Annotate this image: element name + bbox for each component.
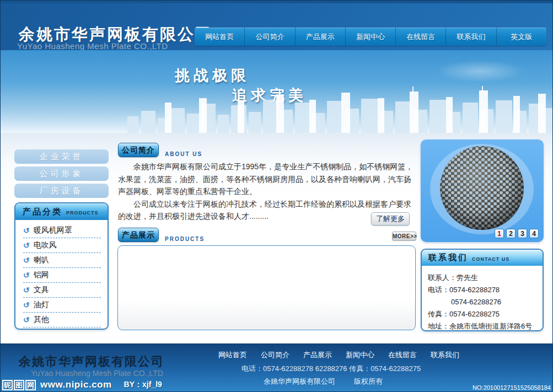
nipic-url: www.nipic.com xyxy=(40,379,112,390)
products-title-button[interactable]: 产品展示 xyxy=(118,228,159,242)
category-label[interactable]: 暖风机网罩 xyxy=(34,225,72,235)
nipic-logo: 昵图网 xyxy=(2,380,36,390)
pager-page-1[interactable]: 1 xyxy=(495,229,504,238)
city-skyline-image xyxy=(1,86,552,133)
category-label[interactable]: 油灯 xyxy=(34,300,49,310)
nav-item-contact[interactable]: 联系我们 xyxy=(445,28,496,46)
nav-item-about[interactable]: 公司简介 xyxy=(244,28,294,46)
nipic-watermark: 昵图网 www.nipic.com BY：xjf_l9 xyxy=(2,379,162,390)
footer-nav: 网站首页 公司简介 产品展示 新闻中心 在线留言 联系我们 xyxy=(218,350,459,360)
footer-nav-news[interactable]: 新闻中心 xyxy=(346,350,374,360)
main-nav: 网站首页 公司简介 产品展示 新闻中心 在线留言 联系我们 英文版 xyxy=(195,28,546,46)
nav-item-home[interactable]: 网站首页 xyxy=(195,28,244,46)
pager-page-3[interactable]: 3 xyxy=(518,229,527,238)
arrow-icon: ↻ xyxy=(23,226,30,235)
products-display-box xyxy=(117,245,416,330)
category-item-aluminum-mesh[interactable]: ↻铝网 xyxy=(23,268,101,283)
contact-phone2-row: 0574-62288276 xyxy=(428,296,538,308)
header: 余姚市华声网板有限公司 YuYao Huasheng Mesh Plate CO… xyxy=(1,1,552,50)
about-subtitle: ABOUT US xyxy=(165,151,202,157)
product-photo-panel: 1 2 3 4 xyxy=(421,139,544,242)
product-categories-panel: 产品分类 PRODUCTS ↻暖风机网罩 ↻电吹风 ↻喇叭 ↻铝网 ↻文具 ↻油… xyxy=(14,202,109,330)
category-item-stationery[interactable]: ↻文具 xyxy=(23,283,101,298)
nav-item-guestbook[interactable]: 在线留言 xyxy=(395,28,445,46)
footer-nav-guestbook[interactable]: 在线留言 xyxy=(388,350,417,360)
about-title-button[interactable]: 公司简介 xyxy=(118,143,159,157)
arrow-icon: ↻ xyxy=(23,271,30,280)
pager-page-2[interactable]: 2 xyxy=(506,229,516,238)
category-item-hair-dryer[interactable]: ↻电吹风 xyxy=(23,238,101,253)
nipic-author-credit: BY：xjf_l9 xyxy=(124,380,162,390)
mesh-dome-product-photo xyxy=(427,142,537,234)
cloud-decoration xyxy=(436,60,524,82)
about-paragraph-1: 余姚市华声网板有限公司成立于1995年，是专业生产不锈钢制品，如不锈钢网篮，水果… xyxy=(118,160,417,198)
pager-page-4[interactable]: 4 xyxy=(529,229,539,238)
contact-title: 联系我们 xyxy=(428,253,468,263)
arrow-icon: ↻ xyxy=(23,286,30,294)
category-label[interactable]: 喇叭 xyxy=(34,255,49,265)
footer-nav-home[interactable]: 网站首页 xyxy=(218,350,247,360)
product-category-list: ↻暖风机网罩 ↻电吹风 ↻喇叭 ↻铝网 ↻文具 ↻油灯 ↻其他 xyxy=(15,220,108,327)
arrow-icon: ↻ xyxy=(23,256,30,265)
page: 余姚市华声网板有限公司 YuYao Huasheng Mesh Plate CO… xyxy=(0,0,553,392)
sidebar-item-factory-equipment[interactable]: 厂房设备 xyxy=(14,184,109,198)
category-label[interactable]: 其他 xyxy=(34,315,49,325)
footer-nav-about[interactable]: 公司简介 xyxy=(261,350,289,360)
footer-company-name: 余姚市华声网板有限公司 xyxy=(19,353,164,370)
learn-more-button[interactable]: 了解更多 xyxy=(371,212,410,225)
contact-body: 联系人：劳先生 电话：0574-62288278 0574-62288276 传… xyxy=(422,266,543,331)
products-section-header: 产品展示 PRODUCTS MORE>> xyxy=(118,228,417,242)
product-categories-title: 产品分类 xyxy=(23,207,62,217)
category-item-others[interactable]: ↻其他 xyxy=(23,313,101,327)
category-label[interactable]: 文具 xyxy=(34,285,49,295)
products-subtitle: PRODUCTS xyxy=(165,236,205,242)
footer-copyright: 余姚华声网板有限公司版权所有 xyxy=(264,377,383,386)
category-label[interactable]: 铝网 xyxy=(34,270,49,280)
banner: 挑战极限 追求完美 xyxy=(1,50,552,133)
arrow-icon: ↻ xyxy=(23,241,30,250)
footer-phone-line: 电话：0574-62288278 62288276 传真：0574-622882… xyxy=(241,364,421,374)
about-section-header: 公司简介 ABOUT US xyxy=(118,143,202,157)
nav-item-products[interactable]: 产品展示 xyxy=(295,28,345,46)
product-categories-subtitle: PRODUCTS xyxy=(66,210,99,216)
nav-item-english[interactable]: 英文版 xyxy=(496,28,546,46)
products-more-button[interactable]: MORE>> xyxy=(392,232,416,241)
footer-company-name-english: YuYao Huasheng Mesh Plate CO.,LTD xyxy=(31,369,163,378)
contact-phone-row: 电话：0574-62288278 xyxy=(428,284,538,296)
sidebar-item-company-image[interactable]: 公司形象 xyxy=(14,167,109,181)
contact-person-row: 联系人：劳先生 xyxy=(428,272,538,284)
category-label[interactable]: 电吹风 xyxy=(34,240,57,250)
category-item-speaker[interactable]: ↻喇叭 xyxy=(23,253,101,268)
nav-item-news[interactable]: 新闻中心 xyxy=(345,28,395,46)
contact-fax-row: 传真：0574-62288275 xyxy=(428,308,538,320)
arrow-icon: ↻ xyxy=(23,300,30,309)
category-item-oil-lamp[interactable]: ↻油灯 xyxy=(23,298,101,313)
company-name-english: YuYao Huasheng Mesh Plate CO.,LTD xyxy=(17,41,168,51)
footer-nav-contact[interactable]: 联系我们 xyxy=(431,350,459,360)
product-categories-header: 产品分类 PRODUCTS xyxy=(15,203,108,220)
footer-nav-products[interactable]: 产品展示 xyxy=(303,350,332,360)
footer-serial-number: NO:20100127151525058184 xyxy=(473,384,551,391)
arrow-icon: ↻ xyxy=(23,315,30,324)
contact-header: 联系我们 CONTACT US xyxy=(422,250,543,266)
gallery-pager: 1 2 3 4 xyxy=(495,229,539,238)
sidebar-item-honors[interactable]: 企业荣誉 xyxy=(14,149,109,164)
contact-address-row: 地址：余姚市低塘街道新洋路6号 xyxy=(428,320,538,331)
banner-slogan-1: 挑战极限 xyxy=(175,66,250,85)
contact-subtitle: CONTACT US xyxy=(472,256,509,262)
contact-panel: 联系我们 CONTACT US 联系人：劳先生 电话：0574-62288278… xyxy=(421,249,544,331)
category-item-heater-mesh[interactable]: ↻暖风机网罩 xyxy=(23,223,101,238)
main-content: 企业荣誉 公司形象 厂房设备 产品分类 PRODUCTS ↻暖风机网罩 ↻电吹风… xyxy=(1,133,552,345)
